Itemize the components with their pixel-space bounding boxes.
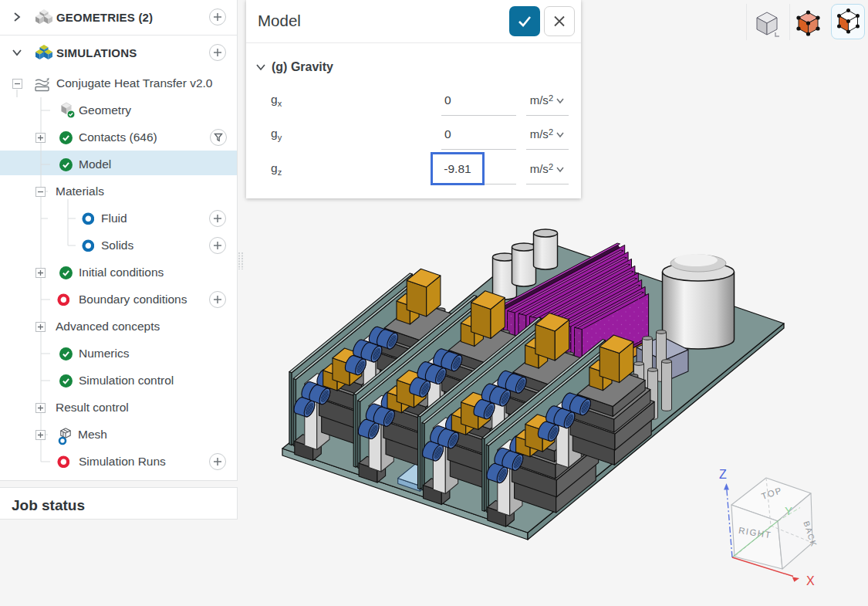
svg-text:Z: Z [719,468,727,481]
svg-text:X: X [806,574,815,587]
svg-text:Y: Y [785,504,792,517]
